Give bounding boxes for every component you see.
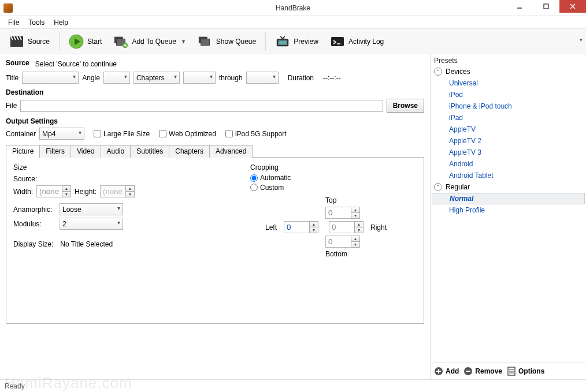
svg-rect-4	[10, 40, 23, 47]
up-arrow-icon[interactable]: ▲	[354, 221, 364, 227]
preset-appletv[interactable]: AppleTV	[431, 124, 586, 135]
down-arrow-icon[interactable]: ▼	[62, 191, 71, 197]
window-title: HandBrake	[0, 4, 586, 12]
menu-tools[interactable]: Tools	[24, 17, 49, 28]
down-arrow-icon[interactable]: ▼	[125, 191, 135, 197]
modulus-label: Modulus:	[13, 220, 56, 228]
source-button[interactable]: Source	[5, 32, 54, 51]
duration-label: Duration	[288, 74, 314, 82]
down-arrow-icon[interactable]: ▼	[351, 241, 360, 248]
display-size-value: No Title Selected	[60, 240, 113, 248]
height-spinner[interactable]: ▲▼	[100, 185, 135, 197]
activity-log-button[interactable]: Activity Log	[325, 32, 388, 51]
menu-help[interactable]: Help	[49, 17, 73, 28]
up-arrow-icon[interactable]: ▲	[351, 207, 360, 212]
preset-add-button[interactable]: Add	[434, 367, 459, 376]
preset-remove-button[interactable]: Remove	[463, 367, 502, 376]
crop-bottom-spinner[interactable]: ▲▼	[325, 236, 360, 248]
preset-normal[interactable]: Normal	[432, 193, 585, 204]
down-arrow-icon[interactable]: ▼	[309, 227, 318, 233]
main-panel: Source Select 'Source' to continue Title…	[0, 54, 430, 379]
height-label: Height:	[75, 188, 97, 196]
preset-android-tab[interactable]: Android Tablet	[431, 170, 586, 181]
crop-left-input[interactable]	[284, 221, 309, 233]
start-button[interactable]: Start	[64, 32, 106, 51]
tab-video[interactable]: Video	[71, 145, 101, 158]
large-file-checkbox[interactable]: Large File Size	[94, 130, 150, 138]
chapter-start-select[interactable]	[183, 72, 216, 84]
display-size-label: Display Size:	[13, 240, 53, 248]
tab-filters[interactable]: Filters	[39, 145, 71, 158]
plus-circle-icon	[434, 367, 443, 376]
angle-select[interactable]	[103, 72, 130, 84]
crop-right-input[interactable]	[329, 221, 354, 233]
preset-appletv3[interactable]: AppleTV 3	[431, 147, 586, 158]
crop-automatic-radio[interactable]: Automatic	[250, 174, 291, 182]
preset-ipod[interactable]: iPod	[431, 89, 586, 100]
down-arrow-icon[interactable]: ▼	[354, 227, 364, 233]
crop-right-spinner[interactable]: ▲▼	[329, 221, 364, 233]
down-arrow-icon[interactable]: ▼	[351, 212, 360, 219]
web-optimized-label: Web Optimized	[169, 130, 216, 138]
web-optimized-checkbox[interactable]: Web Optimized	[159, 130, 216, 138]
preset-appletv2[interactable]: AppleTV 2	[431, 135, 586, 147]
preset-options-button[interactable]: Options	[507, 367, 544, 376]
preset-ipad[interactable]: iPad	[431, 112, 586, 124]
file-input[interactable]	[20, 100, 383, 112]
clapperboard-icon	[9, 34, 24, 49]
crop-top-spinner[interactable]: ▲▼	[325, 207, 360, 219]
browse-button[interactable]: Browse	[387, 99, 424, 113]
container-select[interactable]: Mp4	[39, 128, 84, 140]
tab-picture[interactable]: Picture	[6, 145, 40, 158]
tab-subtitles[interactable]: Subtitles	[130, 145, 169, 158]
cropping-group: Cropping Automatic Custom Top ▲▼ Left ▲▼…	[250, 163, 397, 258]
window-controls	[506, 0, 586, 13]
close-button[interactable]	[559, 0, 586, 13]
output-section: Output Settings Container Mp4 Large File…	[6, 117, 424, 140]
width-input[interactable]	[36, 185, 62, 197]
tab-advanced[interactable]: Advanced	[209, 145, 253, 158]
minimize-button[interactable]	[506, 0, 533, 13]
preset-high-profile[interactable]: High Profile	[431, 204, 586, 216]
queue-icon	[198, 34, 213, 49]
preview-button[interactable]: Preview	[270, 32, 323, 51]
preset-android[interactable]: Android	[431, 158, 586, 170]
add-to-queue-label: Add To Queue	[132, 38, 176, 46]
destination-header: Destination	[6, 88, 424, 96]
ipod-support-checkbox[interactable]: iPod 5G Support	[225, 130, 287, 138]
angle-label: Angle	[82, 74, 100, 82]
crop-left-spinner[interactable]: ▲▼	[284, 221, 318, 233]
preset-universal[interactable]: Universal	[431, 77, 586, 89]
queue-add-icon	[113, 34, 128, 49]
menu-file[interactable]: File	[3, 17, 24, 28]
maximize-button[interactable]	[533, 0, 559, 13]
up-arrow-icon[interactable]: ▲	[309, 221, 318, 227]
collapse-icon[interactable]: ⌃	[434, 68, 442, 76]
range-type-select[interactable]: Chapters	[133, 72, 180, 84]
collapse-icon[interactable]: ⌃	[434, 183, 442, 191]
tab-chapters[interactable]: Chapters	[169, 145, 210, 158]
add-to-queue-button[interactable]: Add To Queue ▼	[109, 32, 190, 51]
up-arrow-icon[interactable]: ▲	[351, 236, 360, 241]
crop-top-input[interactable]	[325, 207, 351, 219]
preset-group-devices[interactable]: ⌃ Devices	[431, 66, 586, 77]
crop-custom-radio[interactable]: Custom	[250, 184, 284, 192]
preset-iphone[interactable]: iPhone & iPod touch	[431, 100, 586, 112]
up-arrow-icon[interactable]: ▲	[125, 185, 135, 191]
title-select[interactable]	[22, 72, 79, 84]
show-queue-button[interactable]: Show Queue	[193, 32, 261, 51]
tab-audio[interactable]: Audio	[101, 145, 131, 158]
output-header: Output Settings	[6, 117, 424, 125]
source-header: Source	[6, 59, 29, 67]
crop-bottom-input[interactable]	[325, 236, 351, 248]
source-label: Source	[28, 38, 50, 46]
show-queue-label: Show Queue	[216, 38, 256, 46]
chapter-end-select[interactable]	[246, 72, 279, 84]
width-spinner[interactable]: ▲▼	[36, 185, 71, 197]
preset-group-regular[interactable]: ⌃ Regular	[431, 181, 586, 193]
anamorphic-select[interactable]: Loose	[60, 203, 123, 215]
toolbar-overflow-icon[interactable]: ▾	[580, 37, 583, 43]
up-arrow-icon[interactable]: ▲	[62, 185, 71, 191]
modulus-select[interactable]: 2	[60, 218, 123, 230]
presets-toolbar: Add Remove Options	[431, 363, 586, 379]
